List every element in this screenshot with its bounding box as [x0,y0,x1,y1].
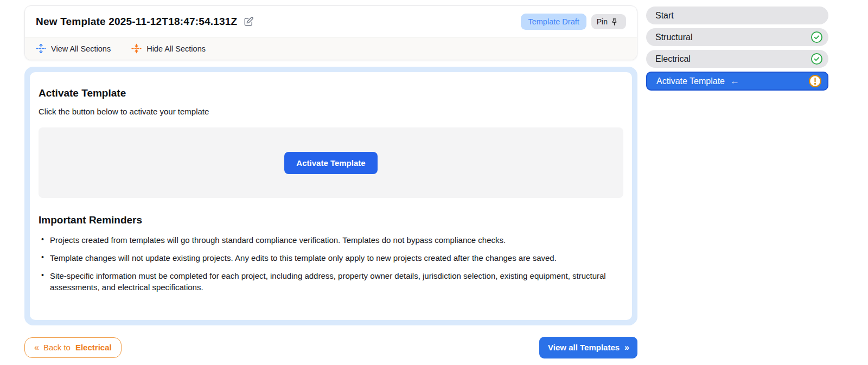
edit-title-icon[interactable] [243,16,254,27]
back-to-electrical-button[interactable]: « Back to Electrical [24,337,122,358]
warning-circle-icon [808,74,822,88]
view-all-sections-label: View All Sections [51,44,111,53]
reminder-item: Projects created from templates will go … [39,234,623,246]
sidebar-item-label: Electrical [655,54,810,64]
title-row: New Template 2025-11-12T18:47:54.131Z Te… [25,6,637,37]
sidebar-item-structural[interactable]: Structural [646,28,828,46]
active-section-panel: Activate Template Click the button below… [24,67,637,325]
activate-template-button[interactable]: Activate Template [284,152,377,174]
sidebar-item-activate-template[interactable]: Activate Template← [646,72,828,91]
left-arrow-icon: ← [730,76,739,86]
footer-navigation: « Back to Electrical View all Templates … [24,337,637,358]
chevron-left-icon: « [34,343,39,353]
activate-button-container: Activate Template [39,127,623,198]
reminders-title: Important Reminders [39,214,623,226]
pin-button[interactable]: Pin [591,14,626,29]
section-subtitle: Click the button below to activate your … [39,107,623,116]
sidebar-item-label: Activate Template← [656,76,808,87]
page-title: New Template 2025-11-12T18:47:54.131Z [36,16,237,28]
sidebar-item-label: Start [655,11,825,21]
view-all-templates-button[interactable]: View all Templates » [539,337,637,358]
sidebar-item-electrical[interactable]: Electrical [646,50,828,68]
main-column: New Template 2025-11-12T18:47:54.131Z Te… [24,5,637,358]
sidebar-item-start[interactable]: Start [646,7,828,24]
view-all-templates-label: View all Templates [548,343,620,352]
sections-toolbar: View All Sections Hide All Sections [25,37,637,60]
reminder-item: Template changes will not update existin… [39,252,623,264]
hide-all-sections-button[interactable]: Hide All Sections [131,43,206,54]
activate-template-card: Activate Template Click the button below… [30,72,632,320]
template-header-card: New Template 2025-11-12T18:47:54.131Z Te… [24,5,637,60]
collapse-sections-icon [131,43,142,54]
pin-button-label: Pin [597,17,608,26]
check-circle-icon [810,53,823,65]
section-title: Activate Template [39,87,623,99]
back-button-target: Electrical [75,343,112,352]
reminders-list: Projects created from templates will go … [39,234,623,293]
pushpin-icon [610,18,618,26]
status-badge: Template Draft [521,14,586,30]
reminder-item: Site-specific information must be comple… [39,270,623,293]
view-all-sections-button[interactable]: View All Sections [36,43,111,54]
hide-all-sections-label: Hide All Sections [146,44,206,53]
sidebar-item-label: Structural [655,33,810,42]
back-button-prefix: Back to [43,343,71,352]
check-circle-icon [810,31,823,43]
section-steps-sidebar: Start Structural Electrical Activate Tem… [646,7,828,91]
chevron-right-icon: » [624,343,629,353]
expand-sections-icon [36,43,46,54]
